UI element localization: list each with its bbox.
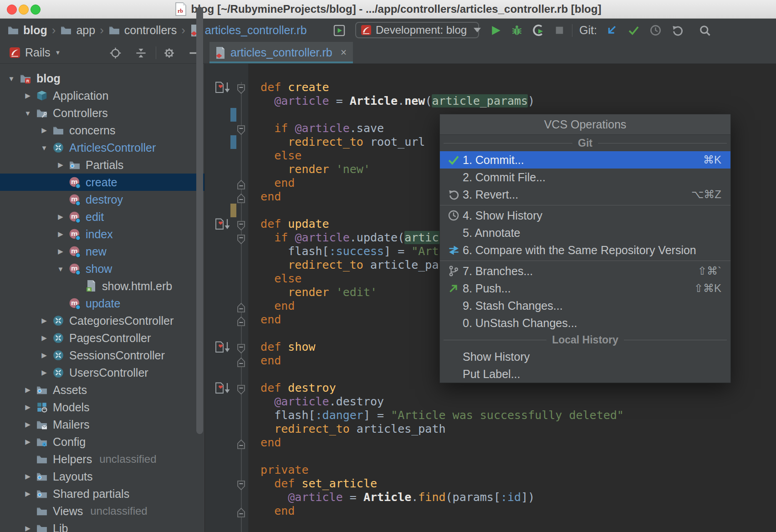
vcs-change-stripe[interactable]: [230, 108, 236, 122]
chevron-collapsed-icon[interactable]: ▶: [20, 386, 36, 394]
menu-item-annotate[interactable]: 5. Annotate: [440, 224, 730, 241]
fold-marker-icon[interactable]: [237, 232, 245, 246]
tree-item-controllers[interactable]: ▼Controllers: [0, 104, 204, 122]
chevron-collapsed-icon[interactable]: ▶: [36, 317, 52, 325]
tree-item-destroy[interactable]: mdestroy: [0, 191, 204, 208]
breadcrumb-item-blog[interactable]: blog: [7, 24, 47, 37]
chevron-collapsed-icon[interactable]: ▶: [53, 247, 68, 256]
fold-marker-icon[interactable]: [237, 478, 245, 492]
fold-marker-icon[interactable]: [237, 506, 245, 519]
code-line[interactable]: def create: [205, 81, 776, 94]
code-line[interactable]: [205, 450, 776, 463]
menu-item-compare-with-the-same-repository-version[interactable]: 6. Compare with the Same Repository Vers…: [440, 241, 730, 259]
rails-action-gutter-icon[interactable]: [214, 382, 232, 395]
vcs-change-stripe[interactable]: [230, 204, 236, 217]
tool-window-view-select[interactable]: Rails ▼: [9, 42, 61, 63]
tree-item-application[interactable]: ▶Application: [0, 87, 204, 104]
code-line[interactable]: @article = Article.new(article_params): [205, 94, 776, 108]
tree-item-pagescontroller[interactable]: ▶PagesController: [0, 329, 204, 347]
menu-item-show-history[interactable]: Show History: [440, 348, 730, 365]
tree-item-layouts[interactable]: ▶Layouts: [0, 468, 204, 485]
chevron-expanded-icon[interactable]: ▼: [53, 265, 68, 273]
chevron-collapsed-icon[interactable]: ▶: [20, 403, 36, 411]
update-project-button[interactable]: [606, 19, 618, 42]
chevron-collapsed-icon[interactable]: ▶: [36, 368, 52, 377]
debug-button[interactable]: [511, 19, 523, 42]
chevron-collapsed-icon[interactable]: ▶: [36, 351, 52, 359]
fold-marker-icon[interactable]: [237, 342, 245, 355]
code-line[interactable]: def set_article: [205, 477, 776, 491]
tree-item-categoriescontroller[interactable]: ▶CategoriesController: [0, 312, 204, 329]
tree-item-blog[interactable]: ▼Rblog: [0, 70, 204, 87]
collapse-all-icon[interactable]: [135, 47, 147, 59]
zoom-window-button[interactable]: [31, 5, 41, 15]
close-icon[interactable]: ×: [341, 46, 347, 59]
chevron-collapsed-icon[interactable]: ▶: [53, 230, 68, 238]
fold-marker-icon[interactable]: [237, 178, 245, 191]
tree-item-index[interactable]: ▶mindex: [0, 225, 204, 243]
run-button[interactable]: [490, 19, 502, 42]
tree-item-new[interactable]: ▶mnew: [0, 243, 204, 260]
history-button[interactable]: [649, 19, 662, 42]
fold-marker-icon[interactable]: [237, 123, 245, 137]
chevron-collapsed-icon[interactable]: ▶: [53, 161, 68, 169]
fold-marker-icon[interactable]: [237, 191, 245, 205]
code-line[interactable]: flash[:danger] = "Article was successful…: [205, 409, 776, 422]
chevron-expanded-icon[interactable]: ▼: [4, 75, 19, 82]
tree-item-concerns[interactable]: ▶concerns: [0, 122, 204, 139]
rails-action-gutter-icon[interactable]: [214, 218, 232, 231]
tree-item-views[interactable]: Viewsunclassified: [0, 502, 204, 520]
fold-marker-icon[interactable]: [237, 82, 245, 96]
menu-item-stash-changes[interactable]: 9. Stash Changes...: [440, 297, 730, 314]
tree-item-models[interactable]: ▶Models: [0, 399, 204, 416]
fold-marker-icon[interactable]: [237, 314, 245, 328]
rails-action-gutter-icon[interactable]: [214, 341, 232, 354]
chevron-collapsed-icon[interactable]: ▶: [20, 420, 36, 429]
breadcrumb-item-articles-controller-rb[interactable]: articles_controller.rb: [190, 24, 307, 37]
menu-item-commit[interactable]: 1. Commit...⌘K: [440, 151, 730, 169]
gear-icon[interactable]: [163, 47, 175, 59]
chevron-collapsed-icon[interactable]: ▶: [20, 472, 36, 481]
tree-item-mailers[interactable]: ▶Mailers: [0, 416, 204, 433]
locate-icon[interactable]: [109, 47, 122, 59]
menu-item-put-label[interactable]: Put Label...: [440, 365, 730, 383]
run-tool-window-icon[interactable]: [333, 19, 346, 42]
tree-item-show[interactable]: ▼mshow: [0, 260, 204, 277]
tree-item-partials[interactable]: ▶Partials: [0, 156, 204, 174]
vcs-change-stripe[interactable]: [230, 135, 236, 149]
close-window-button[interactable]: [7, 5, 17, 15]
tree-item-config[interactable]: ▶Config: [0, 433, 204, 450]
minimize-window-button[interactable]: [19, 5, 29, 15]
code-line[interactable]: def destroy: [205, 381, 776, 395]
search-everywhere-icon[interactable]: [699, 19, 711, 42]
rails-action-gutter-icon[interactable]: [214, 81, 232, 95]
tree-item-assets[interactable]: ▶Assets: [0, 381, 204, 399]
menu-item-push[interactable]: 8. Push...⇧⌘K: [440, 280, 730, 297]
fold-marker-icon[interactable]: [237, 355, 245, 369]
fold-marker-icon[interactable]: [237, 301, 245, 314]
code-line[interactable]: private: [205, 463, 776, 477]
tree-item-show-html-erb[interactable]: Rshow.html.erb: [0, 277, 204, 295]
menu-item-unstash-changes[interactable]: 0. UnStash Changes...: [440, 314, 730, 332]
commit-button[interactable]: [628, 19, 640, 42]
stop-button[interactable]: [554, 19, 565, 42]
chevron-collapsed-icon[interactable]: ▶: [20, 524, 36, 532]
tree-item-sessionscontroller[interactable]: ▶SessionsController: [0, 347, 204, 364]
tree-item-lib[interactable]: ▶Lib: [0, 520, 204, 532]
menu-item-commit-file[interactable]: 2. Commit File...: [440, 169, 730, 186]
tab-articles-controller[interactable]: articles_controller.rb ×: [209, 42, 353, 63]
chevron-collapsed-icon[interactable]: ▶: [20, 92, 36, 100]
fold-marker-icon[interactable]: [237, 437, 245, 451]
chevron-collapsed-icon[interactable]: ▶: [36, 126, 52, 134]
code-line[interactable]: @article = Article.find(params[:id]): [205, 491, 776, 504]
code-line[interactable]: end: [205, 504, 776, 518]
menu-item-branches[interactable]: 7. Branches...⇧⌘`: [440, 262, 730, 280]
chevron-collapsed-icon[interactable]: ▶: [36, 334, 52, 342]
tree-scrollbar[interactable]: [196, 7, 203, 434]
fold-marker-icon[interactable]: [237, 219, 245, 232]
tree-item-helpers[interactable]: Helpersunclassified: [0, 450, 204, 468]
tree-item-userscontroller[interactable]: ▶UsersController: [0, 364, 204, 381]
breadcrumb-item-app[interactable]: app: [60, 24, 95, 37]
code-line[interactable]: @article.destroy: [205, 395, 776, 409]
chevron-expanded-icon[interactable]: ▼: [20, 109, 36, 117]
